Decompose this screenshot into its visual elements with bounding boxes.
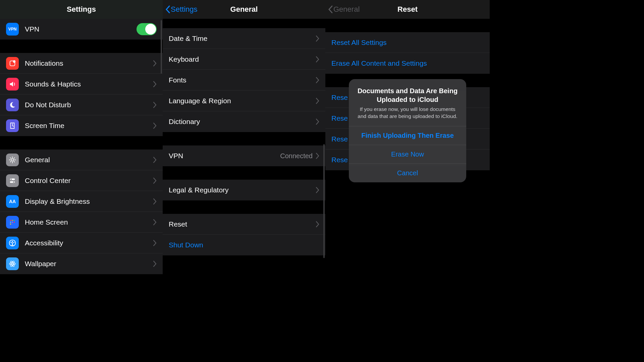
control-center-icon [6,174,19,187]
chevron-right-icon [316,221,319,227]
screen-time-icon [6,119,19,132]
reset-row-reset-all-settings[interactable]: Reset All Settings [325,32,490,53]
svg-point-15 [14,223,15,225]
general-title: General [230,5,258,14]
chevron-right-icon [316,56,319,62]
alert-title: Documents and Data Are Being Uploaded to… [356,86,459,104]
general-row-language-region[interactable]: Language & Region [163,90,325,111]
chevron-right-icon [316,98,319,104]
general-row-label: Shut Down [169,241,319,249]
general-row-date-time[interactable]: Date & Time [163,28,325,49]
chevron-right-icon [153,178,157,184]
chevron-right-icon [153,81,157,87]
icloud-upload-alert: Documents and Data Are Being Uploaded to… [349,79,466,182]
alert-finish-uploading-button[interactable]: Finish Uploading Then Erase [349,126,466,145]
svg-point-11 [12,222,13,223]
settings-row-notifications[interactable]: Notifications [0,53,163,74]
alert-body: Documents and Data Are Being Uploaded to… [349,79,466,126]
general-row-legal[interactable]: Legal & Regulatory [163,180,325,200]
svg-point-8 [12,220,13,221]
svg-point-9 [14,220,15,221]
general-group-vpn: VPN Connected [163,145,325,166]
back-to-settings-button[interactable]: Settings [165,0,198,19]
general-row-label: VPN [169,152,280,160]
svg-point-17 [12,241,13,242]
reset-row-label: Reset All Settings [331,39,484,47]
back-to-general-button[interactable]: General [328,0,360,19]
reset-row-erase-all[interactable]: Erase All Content and Settings [325,53,490,74]
general-header: Settings General [163,0,325,19]
wallpaper-icon [6,257,19,270]
back-label: Settings [171,5,198,14]
alert-message: If you erase now, you will lose document… [356,106,459,120]
alert-cancel-button[interactable]: Cancel [349,164,466,182]
chevron-right-icon [316,187,319,193]
settings-row-general[interactable]: General [0,149,163,170]
settings-group-vpn: VPN VPN [0,19,163,40]
settings-panel: Settings VPN VPN Notifications Sounds & … [0,0,163,362]
chevron-right-icon [316,36,319,42]
settings-row-display[interactable]: AA Display & Brightness [0,191,163,212]
svg-point-13 [10,223,11,225]
general-icon [6,154,19,166]
notifications-icon [6,57,19,70]
settings-row-label: VPN [25,25,137,33]
settings-row-vpn[interactable]: VPN VPN [0,19,163,40]
settings-row-label: Screen Time [25,122,153,130]
settings-row-wallpaper[interactable]: Wallpaper [0,253,163,274]
svg-point-10 [10,222,11,223]
alert-erase-now-button[interactable]: Erase Now [349,145,466,164]
general-row-fonts[interactable]: Fonts [163,70,325,90]
general-row-dictionary[interactable]: Dictionary [163,111,325,132]
settings-row-screen-time[interactable]: Screen Time [0,115,163,136]
general-row-keyboard[interactable]: Keyboard [163,49,325,70]
vpn-icon: VPN [6,23,19,36]
svg-point-12 [14,222,15,223]
svg-point-1 [13,60,15,62]
svg-point-5 [11,179,12,180]
settings-row-label: Wallpaper [25,260,153,268]
vpn-toggle[interactable] [137,23,157,35]
settings-group-general: General Control Center AA Display & Brig… [0,149,163,274]
reset-title: Reset [397,5,418,14]
settings-row-control-center[interactable]: Control Center [0,170,163,191]
accessibility-icon [6,237,19,249]
back-label: General [333,5,360,14]
chevron-right-icon [153,102,157,108]
scrollbar-indicator [323,144,325,258]
general-group-legal: Legal & Regulatory [163,180,325,200]
sounds-icon [6,78,19,90]
chevron-right-icon [153,261,157,267]
home-screen-icon [6,216,19,229]
general-row-label: Reset [169,220,316,228]
settings-row-do-not-disturb[interactable]: Do Not Disturb [0,95,163,115]
reset-row-label: Erase All Content and Settings [331,59,484,67]
settings-row-sounds-haptics[interactable]: Sounds & Haptics [0,74,163,95]
svg-point-18 [12,263,13,264]
settings-row-accessibility[interactable]: Accessibility [0,233,163,253]
general-row-reset[interactable]: Reset [163,214,325,235]
general-row-shut-down[interactable]: Shut Down [163,235,325,255]
general-group-1: Date & Time Keyboard Fonts Language & Re… [163,28,325,132]
reset-header: General Reset [325,0,490,19]
general-group-reset: Reset Shut Down [163,214,325,255]
general-row-vpn[interactable]: VPN Connected [163,145,325,166]
settings-row-label: Display & Brightness [25,197,153,205]
chevron-right-icon [316,153,319,159]
scrollbar-indicator [161,20,162,74]
chevron-left-icon [165,5,170,13]
settings-row-label: General [25,156,153,164]
display-icon: AA [6,195,19,208]
alert-buttons: Finish Uploading Then Erase Erase Now Ca… [349,126,466,182]
settings-row-label: Notifications [25,59,153,67]
general-row-label: Dictionary [169,118,316,126]
chevron-right-icon [316,119,319,125]
settings-row-label: Accessibility [25,239,153,247]
settings-row-label: Home Screen [25,218,153,226]
settings-row-label: Sounds & Haptics [25,80,153,88]
chevron-right-icon [153,123,157,129]
settings-row-home-screen[interactable]: Home Screen [0,212,163,233]
settings-group-notifications: Notifications Sounds & Haptics Do Not Di… [0,53,163,136]
svg-point-7 [10,220,11,221]
settings-header: Settings [0,0,163,19]
